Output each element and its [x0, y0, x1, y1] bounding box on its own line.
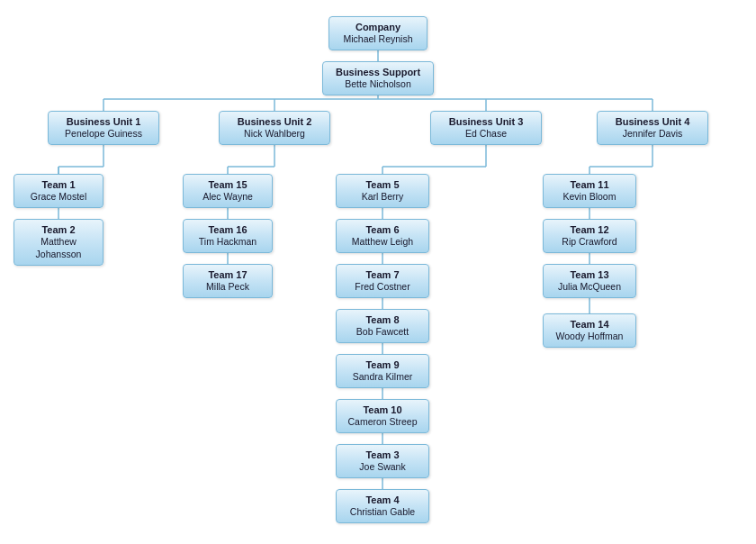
- team3-title: Team 3: [365, 449, 399, 461]
- team8-node[interactable]: Team 8 Bob Fawcett: [336, 309, 429, 343]
- team13-title: Team 13: [570, 268, 608, 281]
- team12-node[interactable]: Team 12 Rip Crawford: [543, 219, 636, 253]
- team5-title: Team 5: [365, 178, 399, 191]
- bu3-node[interactable]: Business Unit 3 Ed Chase: [430, 111, 542, 145]
- team15-name: Alec Wayne: [202, 191, 253, 204]
- team16-node[interactable]: Team 16 Tim Hackman: [183, 219, 273, 253]
- team13-node[interactable]: Team 13 Julia McQueen: [543, 264, 636, 298]
- bu1-name: Penelope Guiness: [65, 128, 142, 141]
- team4-name: Christian Gable: [350, 506, 415, 519]
- team9-name: Sandra Kilmer: [353, 371, 413, 384]
- team1-name: Grace Mostel: [31, 191, 86, 204]
- company-title: Company: [356, 21, 400, 33]
- team4-title: Team 4: [365, 494, 399, 506]
- bu4-node[interactable]: Business Unit 4 Jennifer Davis: [597, 111, 708, 145]
- team16-name: Tim Hackman: [199, 236, 256, 249]
- team2-title: Team 2: [41, 223, 75, 236]
- team5-name: Karl Berry: [362, 191, 404, 204]
- team14-name: Woody Hoffman: [556, 331, 624, 343]
- team1-title: Team 1: [41, 178, 75, 191]
- team10-title: Team 10: [363, 403, 401, 416]
- bu4-name: Jennifer Davis: [623, 128, 683, 141]
- bu1-node[interactable]: Business Unit 1 Penelope Guiness: [48, 111, 159, 145]
- bu3-title: Business Unit 3: [449, 115, 524, 128]
- team10-name: Cameron Streep: [347, 416, 417, 429]
- team8-title: Team 8: [365, 313, 399, 326]
- team7-title: Team 7: [365, 268, 399, 281]
- team12-name: Rip Crawford: [562, 236, 616, 249]
- team7-name: Fred Costner: [355, 281, 410, 294]
- biz-support-title: Business Support: [336, 66, 420, 78]
- bu4-title: Business Unit 4: [616, 115, 690, 128]
- team8-name: Bob Fawcett: [356, 326, 409, 339]
- bu1-title: Business Unit 1: [67, 115, 141, 128]
- team11-node[interactable]: Team 11 Kevin Bloom: [543, 174, 636, 208]
- team5-node[interactable]: Team 5 Karl Berry: [336, 174, 429, 208]
- team1-node[interactable]: Team 1 Grace Mostel: [14, 174, 104, 208]
- team2-name: Matthew Johansson: [22, 236, 95, 260]
- org-chart: Company Michael Reynish Business Support…: [0, 0, 756, 544]
- team12-title: Team 12: [570, 223, 608, 236]
- team17-node[interactable]: Team 17 Milla Peck: [183, 264, 273, 298]
- team3-node[interactable]: Team 3 Joe Swank: [336, 444, 429, 478]
- team14-node[interactable]: Team 14 Woody Hoffman: [543, 313, 636, 348]
- bu2-title: Business Unit 2: [238, 115, 312, 128]
- team4-node[interactable]: Team 4 Christian Gable: [336, 489, 429, 523]
- team16-title: Team 16: [208, 223, 247, 236]
- team7-node[interactable]: Team 7 Fred Costner: [336, 264, 429, 298]
- team15-node[interactable]: Team 15 Alec Wayne: [183, 174, 273, 208]
- bu2-name: Nick Wahlberg: [244, 128, 305, 141]
- company-node[interactable]: Company Michael Reynish: [328, 16, 428, 50]
- team17-title: Team 17: [208, 268, 247, 281]
- team6-node[interactable]: Team 6 Matthew Leigh: [336, 219, 429, 253]
- company-name: Michael Reynish: [343, 33, 412, 46]
- team2-node[interactable]: Team 2 Matthew Johansson: [14, 219, 104, 266]
- team6-title: Team 6: [365, 223, 399, 236]
- biz-support-node[interactable]: Business Support Bette Nicholson: [322, 61, 434, 95]
- team17-name: Milla Peck: [206, 281, 249, 294]
- team14-title: Team 14: [570, 318, 608, 331]
- bu3-name: Ed Chase: [465, 128, 507, 141]
- bu2-node[interactable]: Business Unit 2 Nick Wahlberg: [219, 111, 330, 145]
- team10-node[interactable]: Team 10 Cameron Streep: [336, 399, 429, 433]
- biz-support-name: Bette Nicholson: [345, 78, 411, 91]
- team11-title: Team 11: [570, 178, 608, 191]
- team9-title: Team 9: [365, 358, 399, 371]
- team11-name: Kevin Bloom: [563, 191, 616, 204]
- team13-name: Julia McQueen: [558, 281, 621, 294]
- team9-node[interactable]: Team 9 Sandra Kilmer: [336, 354, 429, 388]
- team3-name: Joe Swank: [359, 461, 405, 474]
- team6-name: Matthew Leigh: [352, 236, 413, 249]
- team15-title: Team 15: [208, 178, 247, 191]
